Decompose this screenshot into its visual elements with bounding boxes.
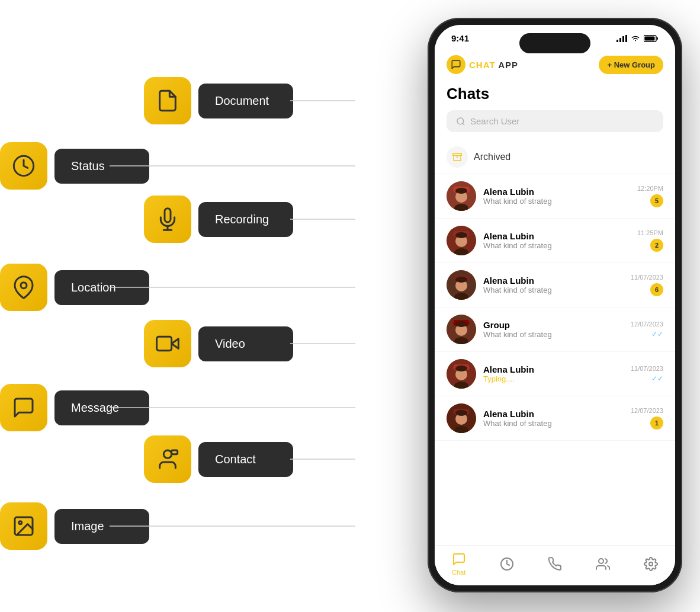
archived-label: Archived bbox=[474, 152, 510, 162]
chat-item[interactable]: Alena Lubin What kind of strateg 12:20PM… bbox=[435, 174, 675, 219]
feature-status[interactable]: Status bbox=[0, 142, 149, 190]
chat-badge: 2 bbox=[650, 239, 663, 252]
chat-name: Alena Lubin bbox=[483, 364, 624, 374]
chat-time: 11/07/2023 bbox=[631, 365, 663, 372]
feature-image[interactable]: Image bbox=[0, 502, 149, 550]
svg-point-25 bbox=[457, 118, 464, 124]
search-placeholder: Search User bbox=[470, 116, 519, 126]
battery-icon bbox=[644, 35, 659, 42]
svg-point-63 bbox=[455, 410, 467, 416]
nav-item-settings[interactable] bbox=[643, 556, 659, 572]
nav-item-calls[interactable] bbox=[547, 556, 563, 572]
chat-name: Alena Lubin bbox=[483, 409, 624, 419]
chat-meta: 12/07/2023 1 bbox=[631, 407, 663, 430]
features-area: Document Status Recording Location Video… bbox=[0, 0, 355, 612]
chat-preview: Typing.... bbox=[483, 374, 624, 383]
message-icon-box bbox=[0, 384, 47, 431]
status-time: 9:41 bbox=[451, 33, 469, 43]
video-icon-box bbox=[144, 320, 191, 367]
chat-item[interactable]: Alena Lubin What kind of strateg 12/07/2… bbox=[435, 396, 675, 441]
svg-point-39 bbox=[455, 232, 467, 238]
chat-meta: 11:25PM 2 bbox=[637, 229, 663, 252]
image-label: Image bbox=[54, 509, 149, 544]
svg-marker-4 bbox=[172, 339, 179, 349]
chat-name: Group bbox=[483, 320, 624, 330]
contacts-nav-icon bbox=[595, 556, 611, 572]
chat-time: 11:25PM bbox=[637, 229, 663, 236]
document-label: Document bbox=[198, 84, 293, 118]
status-label: Status bbox=[54, 149, 149, 184]
feature-document[interactable]: Document bbox=[144, 77, 293, 124]
chat-meta: 12:20PM 5 bbox=[637, 185, 663, 207]
svg-point-45 bbox=[455, 277, 467, 283]
chat-preview: What kind of strateg bbox=[483, 330, 624, 339]
video-label: Video bbox=[198, 326, 293, 361]
chat-info: Alena Lubin What kind of strateg bbox=[483, 409, 624, 428]
nav-item-contacts[interactable] bbox=[595, 556, 611, 572]
chat-meta: 11/07/2023 6 bbox=[631, 274, 663, 296]
chat-nav-label: Chat bbox=[452, 569, 465, 576]
chat-name: Alena Lubin bbox=[483, 231, 630, 241]
chat-time: 11/07/2023 bbox=[631, 274, 663, 281]
nav-item-status[interactable] bbox=[499, 556, 515, 572]
chat-badge: 5 bbox=[650, 194, 663, 207]
svg-rect-7 bbox=[172, 450, 178, 454]
chat-ticks: ✓✓ bbox=[651, 330, 663, 338]
feature-message[interactable]: Message bbox=[0, 384, 149, 431]
svg-rect-19 bbox=[619, 38, 621, 42]
chat-item[interactable]: Alena Lubin What kind of strateg 11/07/2… bbox=[435, 263, 675, 307]
search-area: Search User bbox=[435, 110, 675, 140]
new-group-button[interactable]: + New Group bbox=[599, 56, 663, 74]
chat-avatar bbox=[447, 359, 476, 389]
status-icon-box bbox=[0, 142, 47, 190]
search-icon bbox=[456, 117, 465, 126]
recording-label: Recording bbox=[198, 202, 293, 237]
calls-nav-icon bbox=[547, 556, 563, 572]
feature-recording[interactable]: Recording bbox=[144, 196, 293, 243]
chat-item[interactable]: Group What kind of strateg 12/07/2023 ✓✓ bbox=[435, 307, 675, 352]
svg-rect-23 bbox=[657, 37, 658, 40]
chat-info: Alena Lubin What kind of strateg bbox=[483, 231, 630, 250]
recording-icon-box bbox=[144, 196, 191, 243]
status-nav-icon bbox=[499, 556, 515, 572]
svg-point-66 bbox=[599, 559, 603, 563]
chat-meta: 12/07/2023 ✓✓ bbox=[631, 321, 663, 338]
chat-list: Alena Lubin What kind of strateg 12:20PM… bbox=[435, 174, 675, 585]
feature-contact[interactable]: Contact bbox=[144, 435, 293, 483]
chats-header: Chats bbox=[435, 80, 675, 110]
dynamic-island bbox=[519, 33, 590, 53]
feature-location[interactable]: Location bbox=[0, 264, 149, 311]
chat-item[interactable]: Alena Lubin What kind of strateg 11:25PM… bbox=[435, 219, 675, 263]
chat-time: 12:20PM bbox=[637, 185, 663, 192]
chat-meta: 11/07/2023 ✓✓ bbox=[631, 365, 663, 383]
svg-point-3 bbox=[21, 283, 27, 289]
settings-nav-icon bbox=[643, 556, 659, 572]
chat-info: Alena Lubin What kind of strateg bbox=[483, 275, 624, 294]
phone-screen: 9:41 bbox=[435, 25, 675, 585]
chat-avatar bbox=[447, 181, 476, 211]
svg-rect-24 bbox=[645, 36, 655, 40]
app-title: CHAT APP bbox=[469, 60, 518, 70]
message-label: Message bbox=[54, 390, 149, 425]
status-icons bbox=[616, 35, 659, 42]
chat-name: Alena Lubin bbox=[483, 275, 624, 286]
chat-name: Alena Lubin bbox=[483, 187, 630, 197]
wifi-icon bbox=[631, 35, 640, 42]
svg-rect-5 bbox=[157, 337, 172, 350]
chat-nav-icon bbox=[451, 552, 467, 567]
svg-point-67 bbox=[649, 562, 653, 566]
svg-rect-21 bbox=[625, 35, 627, 42]
chat-info: Group What kind of strateg bbox=[483, 320, 624, 339]
chat-item[interactable]: Alena Lubin Typing.... 11/07/2023 ✓✓ bbox=[435, 352, 675, 396]
location-label: Location bbox=[54, 270, 149, 305]
document-icon-box bbox=[144, 77, 191, 124]
feature-video[interactable]: Video bbox=[144, 320, 293, 367]
bottom-nav: Chat bbox=[435, 545, 675, 585]
chat-badge: 1 bbox=[650, 416, 663, 430]
chat-preview: What kind of strateg bbox=[483, 419, 624, 428]
chat-ticks: ✓✓ bbox=[651, 374, 663, 383]
nav-item-chat[interactable]: Chat bbox=[451, 552, 467, 576]
signal-icon bbox=[616, 35, 627, 42]
archived-row[interactable]: Archived bbox=[435, 140, 675, 174]
search-bar[interactable]: Search User bbox=[447, 110, 663, 132]
